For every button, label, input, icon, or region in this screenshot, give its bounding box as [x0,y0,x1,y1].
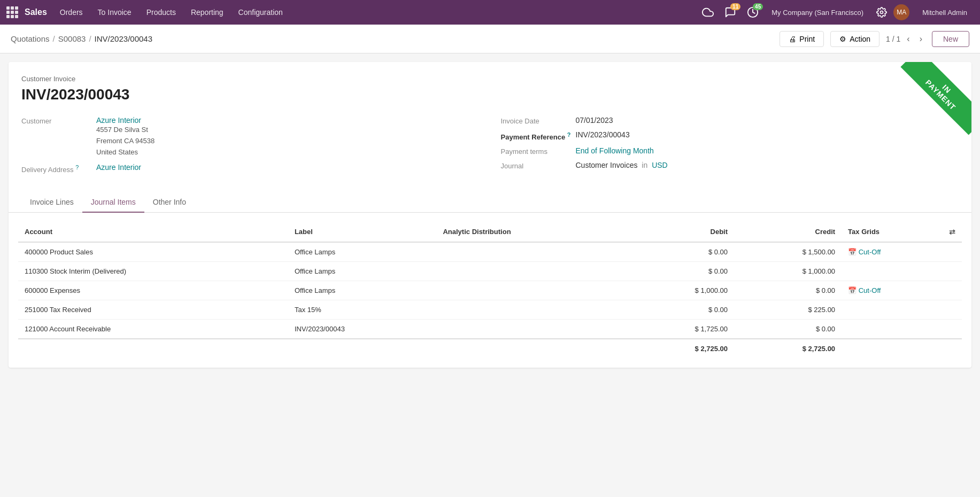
breadcrumb-s00083[interactable]: S00083 [58,34,86,43]
cell-tax-grids: 📅 Cut-Off [842,281,962,300]
payment-ref-help-icon[interactable]: ? [567,131,571,138]
cell-label: Office Lamps [288,261,437,281]
nav-orders[interactable]: Orders [53,0,89,25]
avatar[interactable]: MA [893,4,909,20]
cell-account: 121000 Account Receivable [18,319,288,339]
invoice-subtitle: Customer Invoice [21,75,959,83]
invoice-header: Customer Invoice INV/2023/00043 [21,75,959,103]
cell-debit: $ 1,725.00 [627,319,734,339]
new-button[interactable]: New [932,31,969,47]
col-tax-grids: Tax Grids ⇄ [842,222,962,242]
nav-reporting[interactable]: Reporting [184,0,230,25]
address-line3: United States [96,148,138,156]
col-credit: Credit [734,222,842,242]
cell-debit: $ 0.00 [627,261,734,281]
payment-ref-label: Payment Reference ? [501,130,576,141]
delivery-name-link[interactable]: Azure Interior [96,163,141,172]
tab-journal-items[interactable]: Journal Items [82,192,144,213]
nav-to-invoice[interactable]: To Invoice [91,0,138,25]
cell-label: INV/2023/00043 [288,319,437,339]
delivery-help-icon[interactable]: ? [75,164,79,170]
cell-debit: $ 1,000.00 [627,281,734,300]
breadcrumb-quotations[interactable]: Quotations [11,34,50,43]
breadcrumb-actions: 🖨 Print ⚙ Action 1 / 1 ‹ › New [780,31,969,47]
delivery-label: Delivery Address ? [21,163,96,174]
tabs: Invoice Lines Journal Items Other Info [9,192,971,213]
tab-invoice-lines[interactable]: Invoice Lines [21,192,82,213]
journal-value: Customer Invoices in USD [576,161,668,169]
cell-label: Office Lamps [288,281,437,300]
cell-account: 251000 Tax Received [18,300,288,319]
breadcrumb-sep1: / [53,34,55,43]
nav-configuration[interactable]: Configuration [232,0,289,25]
payment-ref-field: Payment Reference ? INV/2023/00043 [501,130,959,141]
cutoff-button[interactable]: 📅 Cut-Off [848,286,881,294]
cell-account: 400000 Product Sales [18,242,288,262]
settings-icon-btn[interactable] [876,7,887,18]
page-info: 1 / 1 [886,35,900,43]
main-content: IN PAYMENT Customer Invoice INV/2023/000… [9,62,971,368]
cell-debit: $ 0.00 [627,242,734,262]
cell-account: 110300 Stock Interim (Delivered) [18,261,288,281]
table-row[interactable]: 400000 Product Sales Office Lamps $ 0.00… [18,242,962,262]
cell-analytic [436,300,627,319]
cell-tax-grids [842,319,962,339]
print-button[interactable]: 🖨 Print [780,31,824,47]
customer-name-link[interactable]: Azure Interior [96,116,141,125]
invoice-date-label: Invoice Date [501,116,576,125]
grid-icon [6,6,18,18]
cell-account: 600000 Expenses [18,281,288,300]
journal-table: Account Label Analytic Distribution Debi… [17,221,963,359]
payment-terms-field: Payment terms End of Following Month [501,146,959,156]
total-credit: $ 2,725.00 [734,339,842,359]
cell-analytic [436,261,627,281]
payment-terms-value[interactable]: End of Following Month [576,146,654,155]
form-fields: Customer Azure Interior 4557 De Silva St… [21,116,959,180]
form-right: Invoice Date 07/01/2023 Payment Referenc… [501,116,959,180]
table-row[interactable]: 251000 Tax Received Tax 15% $ 0.00 $ 225… [18,300,962,319]
delivery-address-value: Azure Interior [96,163,141,172]
journal-in: in [642,161,647,169]
address-line2: Fremont CA 94538 [96,137,155,145]
activity-badge: 45 [753,3,763,10]
cloud-icon-btn[interactable] [702,6,714,18]
customer-label: Customer [21,116,96,125]
next-page-button[interactable]: › [916,33,925,45]
cell-credit: $ 0.00 [734,281,842,300]
col-account: Account [18,222,288,242]
col-analytic: Analytic Distribution [436,222,627,242]
action-button[interactable]: ⚙ Action [830,31,879,47]
journal-label: Journal [501,161,576,170]
svg-point-1 [881,11,883,14]
table-row[interactable]: 121000 Account Receivable INV/2023/00043… [18,319,962,339]
journal-field: Journal Customer Invoices in USD [501,161,959,170]
app-brand[interactable]: Sales [6,6,47,18]
total-debit: $ 2,725.00 [627,339,734,359]
activity-icon-btn[interactable]: 45 [747,6,759,18]
col-debit: Debit [627,222,734,242]
cutoff-button[interactable]: 📅 Cut-Off [848,248,881,256]
user-name[interactable]: Mitchell Admin [916,0,974,25]
table-row[interactable]: 600000 Expenses Office Lamps $ 1,000.00 … [18,281,962,300]
table-row[interactable]: 110300 Stock Interim (Delivered) Office … [18,261,962,281]
tab-other-info[interactable]: Other Info [144,192,195,213]
nav-products[interactable]: Products [140,0,182,25]
breadcrumb-bar: Quotations / S00083 / INV/2023/00043 🖨 P… [0,25,980,53]
cell-tax-grids [842,261,962,281]
cell-credit: $ 225.00 [734,300,842,319]
company-name[interactable]: My Company (San Francisco) [765,0,870,25]
journal-currency-link[interactable]: USD [652,161,668,169]
navbar: Sales Orders To Invoice Products Reporti… [0,0,980,25]
payment-ref-value: INV/2023/00043 [576,130,630,139]
page-navigation: 1 / 1 ‹ › [886,33,925,45]
breadcrumb: Quotations / S00083 / INV/2023/00043 [11,34,152,43]
columns-toggle-icon[interactable]: ⇄ [949,228,955,236]
totals-empty [18,339,627,359]
messages-icon-btn[interactable]: 11 [724,6,736,18]
app-title: Sales [25,7,47,17]
invoice-date-field: Invoice Date 07/01/2023 [501,116,959,125]
prev-page-button[interactable]: ‹ [904,33,913,45]
customer-address: 4557 De Silva St Fremont CA 94538 United… [96,125,155,158]
table-section: Account Label Analytic Distribution Debi… [9,213,971,368]
table-header-row: Account Label Analytic Distribution Debi… [18,222,962,242]
